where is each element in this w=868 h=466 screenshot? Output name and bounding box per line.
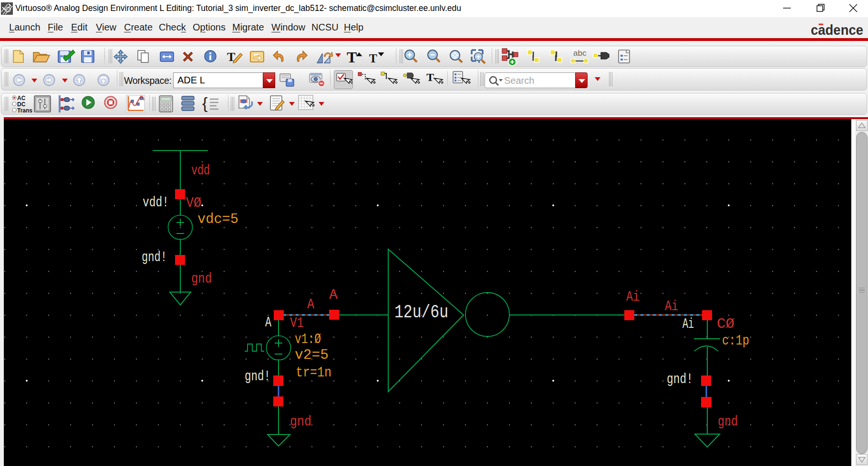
svg-text:CØ: CØ <box>717 316 734 332</box>
svg-text:vdd: vdd <box>191 163 210 179</box>
svg-text:A: A <box>329 287 338 303</box>
svg-text:A: A <box>265 315 271 331</box>
svg-text:VØ: VØ <box>186 195 201 211</box>
svg-text:Trans: Trans <box>17 107 32 113</box>
svg-text:AC: AC <box>17 95 26 101</box>
svg-text:T: T <box>347 49 357 65</box>
svg-text:Ai: Ai <box>682 316 694 332</box>
svg-text:Ai: Ai <box>665 299 678 314</box>
svg-text:gnd: gnd <box>290 414 311 430</box>
svg-text:A: A <box>307 297 315 313</box>
svg-text:gnd!: gnd! <box>142 250 167 265</box>
svg-text:Ai: Ai <box>626 289 640 305</box>
svg-text:abc: abc <box>573 49 587 58</box>
svg-text:gnd!: gnd! <box>245 369 270 385</box>
svg-text:tr=1n: tr=1n <box>296 365 331 381</box>
svg-text:vdd!: vdd! <box>143 195 169 211</box>
svg-text:v2=5: v2=5 <box>295 347 329 363</box>
svg-text:v1:Ø: v1:Ø <box>295 332 321 347</box>
svg-text:gnd!: gnd! <box>667 372 693 387</box>
svg-text:T: T <box>426 71 434 83</box>
svg-text:T: T <box>369 52 377 65</box>
svg-text:c:1p: c:1p <box>722 333 749 349</box>
svg-text:12u/6u: 12u/6u <box>394 302 448 323</box>
svg-text:V1: V1 <box>290 315 304 331</box>
svg-text:gnd: gnd <box>191 271 212 287</box>
svg-text:{: { <box>202 94 207 112</box>
svg-text:DC: DC <box>17 101 26 108</box>
svg-text:gnd: gnd <box>718 414 738 430</box>
svg-text:vdc=5: vdc=5 <box>197 212 238 227</box>
